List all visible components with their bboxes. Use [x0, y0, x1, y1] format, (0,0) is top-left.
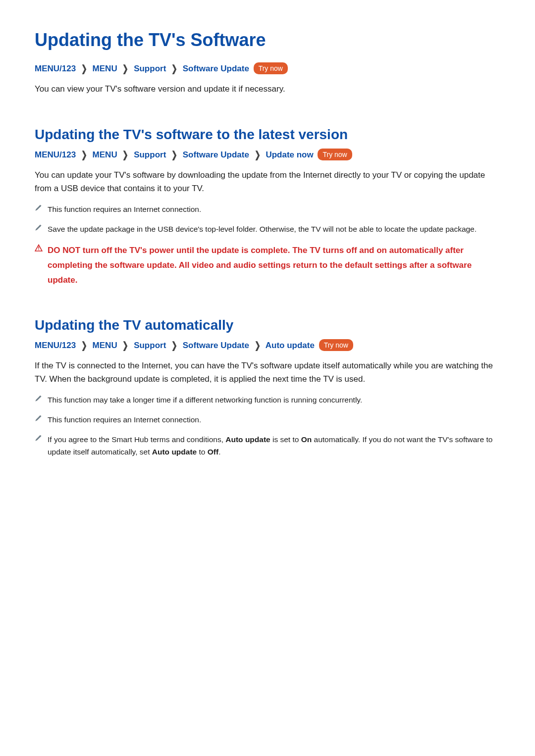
chevron-right-icon: ❯: [255, 338, 261, 353]
breadcrumb-item[interactable]: MENU/123: [35, 341, 76, 350]
note-text-fragment: .: [218, 448, 220, 456]
chevron-right-icon: ❯: [171, 338, 177, 353]
note-text-bold: Auto update: [225, 435, 270, 444]
note-text-fragment: If you agree to the Smart Hub terms and …: [48, 435, 225, 444]
note-text: This function requires an Internet conne…: [48, 203, 500, 216]
section2-paragraph: If the TV is connected to the Internet, …: [35, 359, 500, 386]
note-text-bold: Auto update: [152, 448, 197, 456]
svg-rect-0: [38, 247, 39, 249]
breadcrumb-item[interactable]: MENU/123: [35, 150, 76, 159]
breadcrumb-item[interactable]: Update now: [266, 150, 313, 159]
note-item: If you agree to the Smart Hub terms and …: [35, 433, 500, 458]
breadcrumb-item[interactable]: MENU: [93, 64, 117, 73]
pencil-icon: [35, 224, 48, 233]
note-text: This function requires an Internet conne…: [48, 413, 500, 426]
note-item: This function requires an Internet conne…: [35, 203, 500, 216]
try-now-button[interactable]: Try now: [318, 149, 352, 160]
warning-text: DO NOT turn off the TV's power until the…: [48, 243, 500, 287]
note-item: This function may take a longer time if …: [35, 394, 500, 406]
breadcrumb-top: MENU/123 ❯ MENU ❯ Support ❯ Software Upd…: [35, 61, 500, 76]
chevron-right-icon: ❯: [122, 148, 128, 162]
breadcrumb-item[interactable]: Software Update: [183, 64, 249, 73]
chevron-right-icon: ❯: [81, 338, 87, 353]
breadcrumb-item[interactable]: Support: [134, 64, 166, 73]
page: Updating the TV's Software MENU/123 ❯ ME…: [0, 0, 535, 495]
chevron-right-icon: ❯: [122, 338, 128, 353]
section1-paragraph: You can update your TV's software by dow…: [35, 168, 500, 195]
chevron-right-icon: ❯: [81, 61, 87, 76]
pencil-icon: [35, 395, 48, 404]
breadcrumb-item[interactable]: Software Update: [183, 341, 249, 350]
breadcrumb-auto-update: MENU/123 ❯ MENU ❯ Support ❯ Software Upd…: [35, 338, 500, 353]
note-text-fragment: is set to: [270, 435, 301, 444]
breadcrumb-item[interactable]: Support: [134, 341, 166, 350]
breadcrumb-item[interactable]: MENU/123: [35, 64, 76, 73]
chevron-right-icon: ❯: [122, 61, 128, 76]
breadcrumb-update-now: MENU/123 ❯ MENU ❯ Support ❯ Software Upd…: [35, 148, 500, 162]
note-text: If you agree to the Smart Hub terms and …: [48, 433, 500, 458]
note-item: This function requires an Internet conne…: [35, 413, 500, 426]
note-item: Save the update package in the USB devic…: [35, 223, 500, 236]
pencil-icon: [35, 435, 48, 444]
page-title: Updating the TV's Software: [35, 30, 500, 50]
warning-block: DO NOT turn off the TV's power until the…: [35, 243, 500, 287]
note-text: Save the update package in the USB devic…: [48, 223, 500, 236]
section-heading-auto-update: Updating the TV automatically: [35, 317, 500, 333]
intro-paragraph: You can view your TV's software version …: [35, 82, 500, 96]
note-text-bold: On: [301, 435, 312, 444]
try-now-button[interactable]: Try now: [254, 62, 288, 74]
pencil-icon: [35, 204, 48, 213]
breadcrumb-item[interactable]: MENU: [93, 150, 117, 159]
pencil-icon: [35, 415, 48, 424]
note-text-fragment: to: [197, 448, 208, 456]
chevron-right-icon: ❯: [171, 61, 177, 76]
section-heading-update-now: Updating the TV's software to the latest…: [35, 127, 500, 143]
breadcrumb-item[interactable]: MENU: [93, 341, 117, 350]
breadcrumb-item[interactable]: Auto update: [266, 341, 315, 350]
warning-triangle-icon: [35, 244, 48, 254]
note-text: This function may take a longer time if …: [48, 394, 500, 406]
note-text-bold: Off: [208, 448, 218, 456]
chevron-right-icon: ❯: [255, 148, 261, 162]
breadcrumb-item[interactable]: Support: [134, 150, 166, 159]
breadcrumb-item[interactable]: Software Update: [183, 150, 249, 159]
svg-rect-1: [38, 250, 39, 251]
chevron-right-icon: ❯: [81, 148, 87, 162]
chevron-right-icon: ❯: [171, 148, 177, 162]
try-now-button[interactable]: Try now: [319, 339, 353, 351]
